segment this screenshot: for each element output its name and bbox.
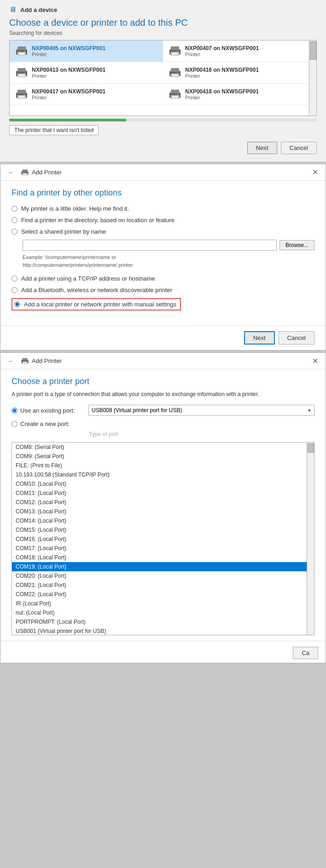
browse-button[interactable]: Browse... [279,240,314,250]
dropdown-item[interactable]: COM17: (Local Port) [12,544,307,553]
dropdown-item[interactable]: COM9: (Serial Port) [12,452,307,461]
next-button[interactable]: Next [244,331,275,345]
back-button-2[interactable]: ← [6,357,16,365]
svg-rect-6 [171,46,179,50]
device-type: Printer [32,95,105,100]
option-older[interactable]: My printer is a little older. Help me fi… [12,205,314,212]
local-radio[interactable] [14,301,20,307]
cancel-button[interactable]: Cancel [281,142,317,154]
dropdown-item[interactable]: COM16: (Local Port) [12,535,307,544]
directory-radio[interactable] [12,217,17,223]
use-existing-radio[interactable] [12,408,17,414]
dropdown-item[interactable]: USB001 (Virtual printer port for USB) [12,627,307,635]
scrollbar-vertical[interactable] [309,40,316,115]
scrollbar-thumb[interactable] [310,41,316,60]
add-device-title: Add a device [20,6,57,13]
tcpip-label: Add a printer using a TCP/IP address or … [21,275,155,282]
device-name: NXP00418 on NXWSGFP001 [185,88,259,95]
next-button[interactable]: Next [247,142,277,154]
close-button-2[interactable]: ✕ [310,356,320,365]
svg-rect-31 [22,169,28,172]
bluetooth-radio[interactable] [12,287,17,293]
device-item[interactable]: NXP00413 on NXWSGFP001 Printer [10,62,163,84]
option-local[interactable]: Add a local printer or network printer w… [12,298,314,316]
option-tcpip[interactable]: Add a printer using a TCP/IP address or … [12,275,314,282]
add-printer-dialog-1: ← Add Printer ✕ Find a printer by other … [0,164,326,351]
svg-point-19 [177,72,179,74]
device-type: Printer [32,73,105,79]
dialog-title: Add Printer [32,169,62,176]
dropdown-item[interactable]: COM10: (Local Port) [12,479,307,489]
choose-port-description: A printer port is a type of connection t… [12,390,314,398]
shared-printer-input[interactable] [23,240,277,251]
svg-rect-1 [17,46,26,50]
printer-icon [15,46,28,57]
dropdown-item[interactable]: COM11: (Local Port) [12,489,307,498]
device-list-container: NXP00405 on NXWSGFP001 Printer NXP00407 … [9,40,317,116]
device-item[interactable]: NXP00417 on NXWSGFP001 Printer [10,84,163,105]
dropdown-item[interactable]: COM8: (Serial Port) [12,443,307,452]
back-button[interactable]: ← [6,169,16,176]
dropdown-item[interactable]: 10.193.100.58 (Standard TCP/IP Port) [12,470,307,479]
svg-rect-37 [23,362,27,363]
device-item[interactable]: NXP00416 on NXWSGFP001 Printer [163,62,316,84]
dropdown-item-highlighted[interactable]: COM19: (Local Port) [12,562,307,571]
close-button[interactable]: ✕ [310,168,320,177]
dropdown-item[interactable]: PORTPROMPT: (Local Port) [12,617,307,627]
dropdown-item[interactable]: FILE: (Print to File) [12,461,307,470]
find-printer-heading: Find a printer by other options [12,188,314,198]
dropdown-item[interactable]: COM15: (Local Port) [12,525,307,535]
svg-rect-26 [171,90,179,93]
printer-icon [15,67,28,78]
device-item[interactable]: NXP00418 on NXWSGFP001 Printer [163,84,316,105]
port-select[interactable]: USB008 (Virtual printer port for USB) [88,405,314,416]
dialog-titlebar-2: ← Add Printer ✕ [0,353,326,369]
device-type: Printer [185,52,259,57]
device-item[interactable]: NXP00405 on NXWSGFP001 Printer [10,40,163,62]
svg-rect-8 [172,53,178,55]
device-type: Printer [185,73,259,79]
svg-point-14 [24,72,25,74]
create-new-label: Create a new port: [20,420,70,427]
device-name: NXP00416 on NXWSGFP001 [185,67,259,73]
cancel-button-3[interactable]: Ca [293,647,318,659]
svg-point-29 [177,94,179,95]
device-name: NXP00413 on NXWSGFP001 [32,67,105,73]
add-device-icon: 🖥 [9,6,17,14]
choose-port-heading: Choose a printer port [12,377,314,386]
type-of-port-label: Type of port [89,431,314,437]
option-directory[interactable]: Find a printer in the directory, based o… [12,217,314,224]
device-item[interactable]: NXP00407 on NXWSGFP001 Printer [163,40,316,62]
bluetooth-label: Add a Bluetooth, wireless or network dis… [21,287,172,293]
dropdown-item[interactable]: IR (Local Port) [12,599,307,608]
shared-radio[interactable] [12,229,17,235]
option-shared[interactable]: Select a shared printer by name [12,228,314,235]
cancel-button[interactable]: Cancel [279,331,314,345]
svg-point-24 [24,94,25,95]
create-new-radio[interactable] [12,421,17,427]
svg-rect-3 [19,53,24,55]
older-radio[interactable] [12,206,17,212]
dropdown-item[interactable]: COM22: (Local Port) [12,590,307,599]
dropdown-item[interactable]: nul: (Local Port) [12,608,307,617]
dropdown-scrollbar-thumb[interactable] [308,443,314,453]
printer-icon [15,89,28,100]
device-name: NXP00417 on NXWSGFP001 [32,88,105,95]
svg-rect-18 [172,75,178,76]
dropdown-scrollbar[interactable] [307,443,314,635]
dropdown-item[interactable]: COM21: (Local Port) [12,581,307,590]
older-label: My printer is a little older. Help me fi… [21,205,129,212]
dropdown-item[interactable]: COM12: (Local Port) [12,498,307,507]
svg-rect-28 [172,96,178,98]
dropdown-item[interactable]: COM13: (Local Port) [12,507,307,516]
printer-title-icon-2 [21,357,29,365]
dropdown-item[interactable]: COM20: (Local Port) [12,571,307,581]
svg-rect-23 [19,96,24,98]
tcpip-radio[interactable] [12,276,17,282]
not-listed-button[interactable]: The printer that I want isn't listed [9,125,99,135]
dialog-titlebar: ← Add Printer ✕ [0,164,326,181]
dropdown-item[interactable]: COM18: (Local Port) [12,553,307,562]
svg-rect-11 [17,68,26,72]
dropdown-item[interactable]: COM14: (Local Port) [12,516,307,525]
option-bluetooth[interactable]: Add a Bluetooth, wireless or network dis… [12,287,314,293]
